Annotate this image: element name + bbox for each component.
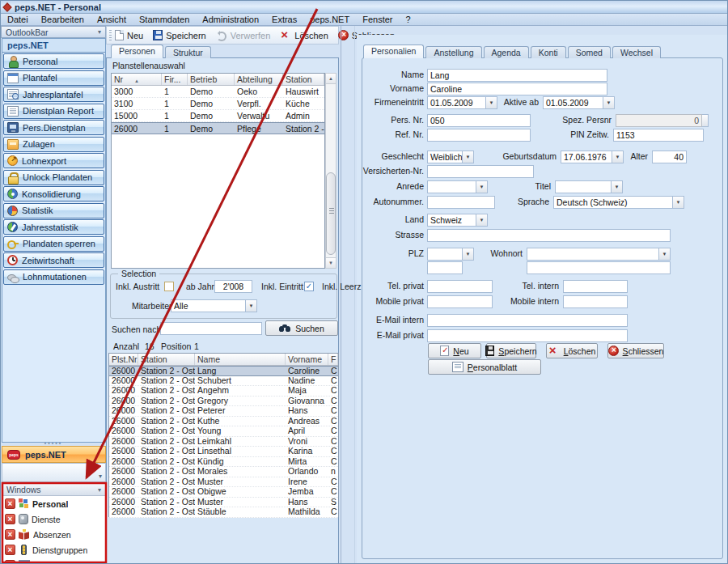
inkl-austritt-checkbox[interactable] (164, 282, 174, 291)
dropdown-icon[interactable]: ▼ (463, 248, 474, 261)
dropdown-icon[interactable]: ▼ (463, 151, 474, 163)
menu-item-ansicht[interactable]: Ansicht (97, 15, 126, 25)
table-header-cell[interactable]: Station (138, 354, 195, 365)
pin-zeitw-field[interactable]: 1153 (613, 129, 704, 142)
close-icon[interactable]: × (5, 545, 15, 555)
l-schen-toolbar-button[interactable]: Löschen (280, 30, 328, 40)
table-header-cell[interactable]: Name (195, 354, 286, 365)
tel-privat-field[interactable] (427, 280, 493, 293)
geschlecht-field[interactable]: Weiblich (427, 151, 463, 163)
autonummer-field[interactable] (427, 196, 495, 209)
outlookbar-header[interactable]: OutlookBar ▾ (1, 26, 106, 38)
panel-divider[interactable] (354, 26, 355, 564)
table-row[interactable]: 26000Station 2 - OstObigweJembaC (109, 487, 338, 498)
sidebar-item-pers-dienstplan[interactable]: Pers.Dienstplan (3, 120, 104, 135)
scrollbar-thumb[interactable] (326, 172, 336, 255)
table-row[interactable]: 26000Station 2 - OstSchubertNadineC (109, 376, 338, 387)
land-field[interactable]: Schweiz (427, 214, 476, 227)
anrede-field[interactable] (427, 180, 476, 193)
firmeneintritt-field[interactable]: 01.05.2009 (427, 96, 486, 109)
table-row[interactable]: 30001DemoOekoHauswirt (112, 86, 324, 98)
table-row[interactable]: 150001DemoVerwaltuAdmin (112, 110, 324, 122)
titel-field[interactable] (555, 180, 612, 193)
search-input[interactable] (160, 322, 262, 335)
table-row[interactable]: 26000Station 2 - OstYoungAprilC (109, 426, 338, 437)
table-row[interactable]: 26000Station 2 - OstGregoryGiovannaC (109, 396, 338, 407)
menu-item-help[interactable]: ? (405, 15, 410, 25)
table-row[interactable]: 26000Station 2 - OstLeimkahlVroniC (109, 437, 338, 447)
mobile-intern-field[interactable] (563, 295, 628, 308)
sidebar-item-jahresstatistik[interactable]: Jahresstatistik (3, 219, 104, 235)
detail-tab-konti[interactable]: Konti (531, 46, 566, 58)
table-header-cell[interactable]: Fir... (162, 74, 188, 85)
table-row[interactable]: 26000Station 2 - OstStäubleMathildaC (109, 507, 338, 518)
tab-struktur[interactable]: Struktur (165, 46, 211, 58)
table-row[interactable]: 31001DemoVerpfl.Küche (112, 98, 324, 110)
close-icon[interactable]: × (5, 498, 15, 509)
detail-tab-wechsel[interactable]: Wechsel (612, 46, 661, 58)
sidebar-item-plandaten-sperren[interactable]: Plandaten sperren (3, 236, 104, 252)
table-row[interactable]: 26000Station 2 - OstLangCarolineC (109, 366, 338, 376)
detail-speichern-button[interactable]: Speichern (486, 343, 536, 358)
vertical-scrollbar[interactable]: ▲ ▼ (325, 73, 336, 269)
sidebar-item-zulagen[interactable]: Zulagen (3, 137, 104, 152)
aktive-ab-field[interactable]: 01.05.2009 (543, 96, 603, 109)
windows-item-dienste[interactable]: ×Dienste (2, 511, 105, 527)
sprache-field[interactable]: Deutsch (Schweiz) (553, 196, 673, 209)
table-row[interactable]: 26000Station 2 - OstKutheAndreasC (109, 417, 338, 427)
outlookbar-overflow[interactable]: ▾ (2, 463, 106, 482)
tab-personen[interactable]: Personen (111, 45, 163, 58)
wohnort-field[interactable] (527, 248, 659, 261)
table-header-cell[interactable]: Station (283, 74, 324, 85)
menu-item-administration[interactable]: Administration (202, 15, 259, 25)
dropdown-icon[interactable]: ▼ (612, 180, 623, 193)
outlookbar-group-header[interactable]: peps.NET (2, 39, 105, 53)
table-header-cell[interactable]: Abteilung (235, 74, 283, 85)
sidebar-item-konsolidierung[interactable]: Konsolidierung (3, 186, 104, 201)
ref-nr-field[interactable] (427, 129, 531, 142)
plz2-field[interactable] (427, 261, 463, 274)
dropdown-icon[interactable]: ▼ (659, 248, 671, 261)
sidebar-item-lohnmutationen[interactable]: Lohnmutationen (3, 269, 104, 285)
sidebar-item-lohnexport[interactable]: Lohnexport (3, 153, 104, 168)
dropdown-icon[interactable]: ▼ (603, 96, 615, 109)
table-row[interactable]: 26000Station 2 - OstAngehmMajaC (109, 386, 338, 396)
spinner-icon[interactable] (702, 114, 709, 127)
table-header-cell[interactable]: F (328, 354, 338, 365)
sidebar-item-jahresplantafel[interactable]: Jahresplantafel (3, 87, 104, 102)
detail-l-schen-button[interactable]: Löschen (546, 343, 598, 358)
windows-item-dienstgruppen[interactable]: ×Dienstgruppen (2, 542, 105, 558)
table-row[interactable]: 26000Station 2 - OstMoralesOrlandon (109, 467, 338, 477)
email-privat-field[interactable] (427, 329, 628, 342)
dropdown-icon[interactable]: ▼ (476, 180, 488, 193)
sidebar-item-zeitwirtschaft[interactable]: Zeitwirtschaft (3, 252, 104, 268)
toolbar-grip[interactable] (109, 30, 112, 42)
close-icon[interactable]: × (5, 514, 15, 524)
table-header-cell[interactable]: Vorname (286, 354, 328, 365)
table-header-cell[interactable]: Plst.Nr. (109, 354, 138, 365)
versicherten-field[interactable] (427, 165, 534, 178)
detail-tab-personalien[interactable]: Personalien (363, 45, 424, 58)
menu-item-datei[interactable]: Datei (7, 15, 28, 25)
menu-item-fenster[interactable]: Fenster (362, 15, 392, 25)
detail-tab-agenda[interactable]: Agenda (484, 46, 529, 58)
email-intern-field[interactable] (427, 314, 628, 327)
scroll-down-icon[interactable]: ▼ (326, 257, 336, 268)
windows-panel-header[interactable]: Windows ▾ (2, 484, 105, 496)
detail-schliessen-button[interactable]: Schliessen (607, 343, 664, 358)
table-row[interactable]: 26000Station 2 - OstMusterIreneC (109, 477, 338, 488)
pers-nr-field[interactable]: 050 (427, 114, 531, 127)
mitarbeiter-select[interactable]: Alle (171, 299, 246, 312)
windows-item-personal[interactable]: ×Personal (2, 496, 105, 511)
detail-neu-button[interactable]: Neu (428, 343, 481, 358)
table-row[interactable]: 260001DemoPflegeStation 2 - Ost (112, 122, 324, 134)
table-row[interactable]: 26000Station 2 - OstMusterHansS (109, 498, 338, 508)
plz-field[interactable] (427, 248, 463, 261)
sidebar-item-personal[interactable]: Personal (3, 53, 104, 69)
table-row[interactable]: 26000Station 2 - OstLinsethalKarinaC (109, 447, 338, 457)
sidebar-item-statistik[interactable]: Statistik (3, 203, 104, 218)
sidebar-item-plantafel[interactable]: Plantafel (3, 70, 104, 86)
inkl-eintritt-checkbox[interactable]: ✓ (304, 282, 314, 291)
name-field[interactable]: Lang (427, 69, 607, 82)
panel-divider[interactable] (341, 26, 341, 564)
